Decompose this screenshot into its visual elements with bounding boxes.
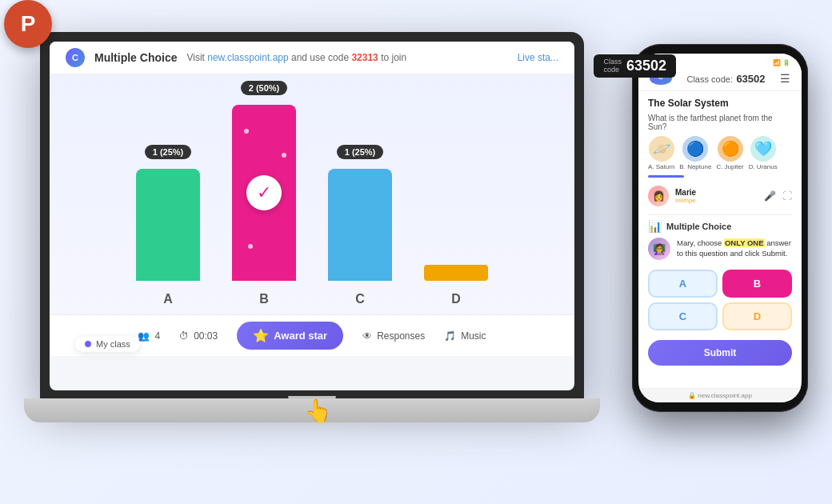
answer-c-button[interactable]: C xyxy=(648,302,718,330)
cursor-icon: 👆 xyxy=(304,398,332,424)
bar-c xyxy=(328,169,392,281)
live-status: Live sta... xyxy=(518,52,558,63)
phone-screen: 1:07 📶 🔋 C Class code: 63502 ☰ The Solar… xyxy=(638,54,802,402)
student-status: Inlimpe xyxy=(675,197,758,204)
phone-url-bar: 🔒 new.classpoint.app xyxy=(638,388,802,402)
planet-options: 🪐 A. Saturn 🔵 B. Neptune 🟠 C. Jupiter 🩵 … xyxy=(648,136,792,170)
bar-b-letter: B xyxy=(259,292,269,306)
student-name: Marie xyxy=(675,188,758,197)
saturn-img: 🪐 xyxy=(649,136,674,162)
teacher-message-row: 👩‍🏫 Mary, choose ONLY ONE answer to this… xyxy=(648,238,792,260)
my-class-tag: My class xyxy=(75,336,140,352)
phone-class-code-num: 63502 xyxy=(736,73,765,85)
class-code-value: 63502 xyxy=(626,58,666,74)
answer-d-button[interactable]: D xyxy=(722,302,792,330)
question-title: The Solar System xyxy=(648,98,792,109)
laptop: C Multiple Choice Visit new.classpoint.a… xyxy=(24,16,600,464)
answer-grid: A B C D xyxy=(648,270,792,330)
bar-b-label: 2 (50%) xyxy=(241,81,288,95)
phone: 1:07 📶 🔋 C Class code: 63502 ☰ The Solar… xyxy=(632,44,808,492)
bar-d-group: D xyxy=(424,265,488,306)
bar-a-label: 1 (25%) xyxy=(145,145,192,159)
hamburger-icon[interactable]: ☰ xyxy=(780,72,790,85)
visit-text: Visit new.classpoint.app and use code 32… xyxy=(186,52,406,63)
mic-icon[interactable]: 🎤 xyxy=(764,190,776,202)
jupiter-img: 🟠 xyxy=(718,136,743,162)
neptune-img: 🔵 xyxy=(682,136,708,162)
student-row: 👩 Marie Inlimpe 🎤 ⛶ xyxy=(648,182,792,210)
laptop-screen: C Multiple Choice Visit new.classpoint.a… xyxy=(50,42,574,390)
classpoint-link[interactable]: new.classpoint.app xyxy=(207,52,288,63)
music-icon: 🎵 xyxy=(444,330,456,342)
student-info: Marie Inlimpe xyxy=(675,188,758,204)
bar-a-letter: A xyxy=(163,292,173,306)
eye-icon: 👁 xyxy=(362,330,372,342)
phone-icons: 📶 🔋 xyxy=(773,59,790,66)
timer: ⏱ 00:03 xyxy=(179,330,218,342)
screen-header: C Multiple Choice Visit new.classpoint.a… xyxy=(50,42,574,74)
planet-jupiter[interactable]: 🟠 C. Jupiter xyxy=(716,136,743,170)
class-code-badge: Classcode 63502 xyxy=(594,54,676,78)
answer-a-button[interactable]: A xyxy=(648,270,718,298)
planet-neptune[interactable]: 🔵 B. Neptune xyxy=(679,136,711,170)
sparkle-1 xyxy=(244,129,249,134)
star-icon: ⭐ xyxy=(253,328,269,343)
phone-body: 1:07 📶 🔋 C Class code: 63502 ☰ The Solar… xyxy=(632,44,808,412)
uranus-img: 🩵 xyxy=(750,136,776,162)
bar-c-letter: C xyxy=(355,292,365,306)
bar-c-group: 1 (25%) C xyxy=(328,169,392,306)
question-subtitle: What is the farthest planet from the Sun… xyxy=(648,114,792,131)
planet-uranus[interactable]: 🩵 D. Uranus xyxy=(749,136,778,170)
class-dot xyxy=(85,341,91,347)
uranus-label: D. Uranus xyxy=(749,163,778,170)
planet-saturn[interactable]: 🪐 A. Saturn xyxy=(648,136,674,170)
bar-d xyxy=(424,265,488,281)
award-star-button[interactable]: ⭐ Award star xyxy=(237,322,343,350)
expand-icon[interactable]: ⛶ xyxy=(782,190,792,202)
bar-d-letter: D xyxy=(451,292,461,306)
bar-a xyxy=(136,169,200,281)
phone-class-code-label: Class code: xyxy=(686,74,732,84)
checkmark-icon: ✓ xyxy=(257,182,271,203)
answer-b-button[interactable]: B xyxy=(722,270,792,298)
bar-b: ✓ xyxy=(232,105,296,281)
screen-title: Multiple Choice xyxy=(94,51,177,64)
correct-check: ✓ xyxy=(246,175,282,210)
sparkle-3 xyxy=(248,244,253,249)
bar-a-group: 1 (25%) A xyxy=(136,169,200,306)
neptune-label: B. Neptune xyxy=(679,163,711,170)
sparkle-2 xyxy=(282,153,286,158)
phone-content: The Solar System What is the farthest pl… xyxy=(638,91,802,388)
selection-bar xyxy=(648,175,684,178)
student-count: 👥 4 xyxy=(138,330,160,342)
classpoint-logo: C xyxy=(66,48,85,67)
laptop-body: C Multiple Choice Visit new.classpoint.a… xyxy=(40,32,584,400)
teacher-avatar: 👩‍🏫 xyxy=(648,238,670,260)
clock-icon: ⏱ xyxy=(179,330,189,342)
teacher-message: Mary, choose ONLY ONE answer to this que… xyxy=(677,238,792,259)
chart-area: 1 (25%) A 2 (50%) ✓ B xyxy=(50,74,574,314)
highlight-text: ONLY ONE xyxy=(724,238,765,247)
join-code: 32313 xyxy=(351,52,378,63)
saturn-label: A. Saturn xyxy=(648,163,674,170)
chart-icon: 📊 xyxy=(648,220,662,233)
multiple-choice-label: 📊 Multiple Choice xyxy=(648,220,792,233)
bar-b-group: 2 (50%) ✓ B xyxy=(232,105,296,306)
powerpoint-icon: P xyxy=(4,0,52,48)
responses-item[interactable]: 👁 Responses xyxy=(362,330,425,342)
divider xyxy=(648,214,792,215)
music-item[interactable]: 🎵 Music xyxy=(444,330,486,342)
phone-class-code-section: Class code: 63502 xyxy=(686,71,765,86)
submit-button[interactable]: Submit xyxy=(648,340,792,366)
answer-grid-container: A B C D xyxy=(648,265,792,332)
student-avatar: 👩 xyxy=(648,186,669,206)
jupiter-label: C. Jupiter xyxy=(716,163,743,170)
students-icon: 👥 xyxy=(138,330,150,342)
class-code-label: Classcode xyxy=(603,58,622,74)
bar-c-label: 1 (25%) xyxy=(337,145,384,159)
